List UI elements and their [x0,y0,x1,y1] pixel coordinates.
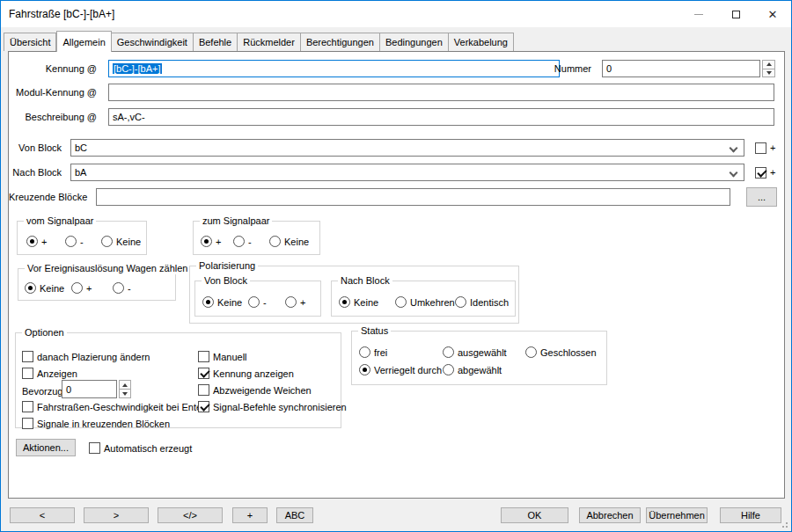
status-verriegelt-radio-label[interactable]: Verriegelt durch [374,363,442,377]
nummer-spinner [762,60,775,77]
pol-von-keine-radio-label[interactable]: Keine [217,295,242,310]
pol-nach-identisch-radio-label[interactable]: Identisch [470,295,509,310]
status-abgewaehlt-radio-label[interactable]: abgewählt [458,363,502,377]
kreuzende-bloecke-input[interactable] [96,188,730,206]
kennung-input[interactable]: [bC-]-[bA+] [108,60,560,77]
abzweigende-weichen-checkbox[interactable] [198,384,209,396]
bevorzugt-spin-down-button[interactable] [119,390,131,398]
tab-berechtigungen[interactable]: Berechtigungen [301,33,380,51]
status-frei-radio-label[interactable]: frei [374,346,387,360]
signale-kreuzende-checkbox[interactable] [22,418,33,429]
kennung-anzeigen-checkbox[interactable] [198,368,209,379]
tab-allgemein[interactable]: Allgemein [56,31,111,52]
manuell-checkbox-label[interactable]: Manuell [213,350,247,364]
beschreibung-input[interactable]: sA-,vC- [108,108,774,126]
signal-befehle-sync-checkbox[interactable] [198,401,209,412]
pol-von-keine-radio[interactable] [202,296,214,308]
pol-nach-keine-radio[interactable] [339,296,350,308]
pol-von-plus-radio[interactable] [285,296,297,308]
status-abgewaehlt-radio[interactable] [443,364,454,375]
tab-rueckmelder[interactable]: Rückmelder [238,33,301,51]
manuell-checkbox[interactable] [198,351,209,362]
nav-abc-button[interactable]: ABC [276,507,313,523]
vom-signalpaar-keine-radio[interactable] [101,236,113,247]
pol-nach-keine-radio-label[interactable]: Keine [354,295,378,310]
tab-bedingungen[interactable]: Bedingungen [380,33,449,51]
nach-block-combobox[interactable]: bA [70,164,744,181]
automatisch-erzeugt-checkbox-label[interactable]: Automatisch erzeugt [104,441,192,455]
automatisch-erzeugt-checkbox[interactable] [89,442,100,454]
geschwindigkeit-bei-enter-checkbox[interactable] [22,401,33,412]
zum-signalpaar-keine-radio[interactable] [269,236,281,247]
status-verriegelt-radio[interactable] [359,364,370,375]
wagen-zaehlen-plus-radio[interactable] [71,282,83,294]
nach-block-plus-label[interactable]: + [770,165,775,179]
signal-befehle-sync-checkbox-label[interactable]: Signal-Befehle synchronisieren [213,400,347,414]
von-block-plus-checkbox[interactable] [755,142,766,154]
von-block-combobox[interactable]: bC [70,139,744,157]
von-block-plus-label[interactable]: + [770,141,775,155]
wagen-zaehlen-keine-radio[interactable] [25,282,36,294]
wagen-zaehlen-minus-radio-label[interactable]: - [128,281,131,295]
pol-nach-umkehren-radio-label[interactable]: Umkehren [410,295,455,310]
status-ausgewaehlt-radio-label[interactable]: ausgewählt [458,346,507,360]
pol-nach-identisch-radio[interactable] [455,296,466,308]
wagen-zaehlen-plus-radio-label[interactable]: + [86,281,92,295]
close-icon: ✕ [768,9,778,20]
maximize-button[interactable] [717,1,754,27]
nummer-spin-down-button[interactable] [762,69,775,78]
signale-kreuzende-checkbox-label[interactable]: Signale in kreuzenden Blöcken [37,417,170,431]
zum-signalpaar-keine-radio-label[interactable]: Keine [284,235,309,249]
pol-von-plus-radio-label[interactable]: + [300,295,305,310]
wagen-zaehlen-keine-radio-label[interactable]: Keine [40,281,64,295]
nav-prev-button[interactable]: < [10,507,75,523]
resize-grip[interactable] [786,526,788,528]
status-geschlossen-radio[interactable] [525,346,537,358]
zum-signalpaar-plus-radio[interactable] [201,236,212,247]
anzeigen-checkbox-label[interactable]: Anzeigen [37,367,77,381]
nummer-value: 0 [606,63,612,74]
pol-nach-umkehren-radio[interactable] [395,296,407,308]
vom-signalpaar-minus-radio-label[interactable]: - [80,235,84,249]
vom-signalpaar-keine-radio-label[interactable]: Keine [116,235,141,249]
pol-von-minus-radio-label[interactable]: - [263,295,267,310]
modul-kennung-input[interactable] [108,84,774,101]
nav-next-button[interactable]: > [84,507,149,523]
hilfe-button[interactable]: Hilfe [720,507,781,523]
danach-plazierung-checkbox-label[interactable]: danach Plazierung ändern [37,350,150,364]
bevorzugt-input[interactable]: 0 [62,380,117,398]
vom-signalpaar-minus-radio[interactable] [65,236,77,247]
bevorzugt-spin-up-button[interactable] [119,380,131,390]
kennung-anzeigen-checkbox-label[interactable]: Kennung anzeigen [213,367,294,381]
tab-verkabelung[interactable]: Verkabelung [449,33,514,51]
uebernehmen-button[interactable]: Übernehmen [646,507,708,523]
nach-block-plus-checkbox[interactable] [755,167,766,179]
nav-plus-button[interactable]: + [232,507,268,523]
aktionen-button[interactable]: Aktionen... [16,439,76,456]
nav-code-button[interactable]: </> [158,507,223,523]
danach-plazierung-checkbox[interactable] [22,351,33,362]
pol-von-minus-radio[interactable] [248,296,260,308]
nummer-spin-up-button[interactable] [762,60,775,69]
status-geschlossen-radio-label[interactable]: Geschlossen [540,346,597,360]
kreuzende-bloecke-browse-button[interactable]: ... [746,187,777,207]
nummer-input[interactable]: 0 [602,60,760,77]
tab-geschwindigkeit[interactable]: Geschwindigkeit [112,33,194,51]
geschwindigkeit-bei-enter-checkbox-label[interactable]: Fahrstraßen-Geschwindigkeit bei Enter [37,400,205,414]
status-frei-radio[interactable] [359,346,370,358]
abbrechen-button[interactable]: Abbrechen [579,507,641,523]
minimize-button[interactable] [680,1,717,27]
tab-uebersicht[interactable]: Übersicht [4,33,56,51]
zum-signalpaar-plus-radio-label[interactable]: + [216,235,221,249]
tab-befehle[interactable]: Befehle [194,33,238,51]
ok-button[interactable]: OK [501,507,568,523]
wagen-zaehlen-minus-radio[interactable] [113,282,124,294]
status-ausgewaehlt-radio[interactable] [443,346,454,358]
anzeigen-checkbox[interactable] [22,368,33,379]
vom-signalpaar-plus-radio-label[interactable]: + [41,235,47,249]
vom-signalpaar-plus-radio[interactable] [26,236,38,247]
close-button[interactable]: ✕ [754,1,791,27]
zum-signalpaar-minus-radio[interactable] [233,236,245,247]
abzweigende-weichen-checkbox-label[interactable]: Abzweigende Weichen [213,383,312,397]
zum-signalpaar-minus-radio-label[interactable]: - [248,235,252,249]
